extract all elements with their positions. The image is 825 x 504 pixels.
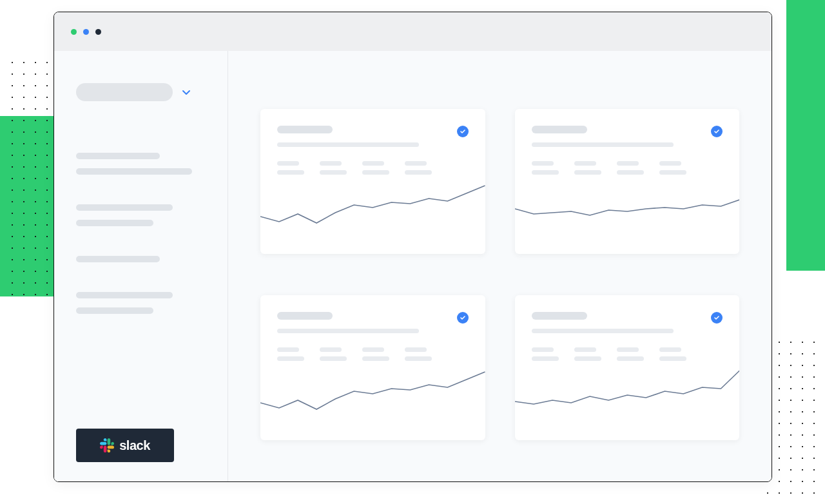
stat-value-placeholder <box>277 356 304 361</box>
card-stats <box>532 347 723 361</box>
stat-item <box>362 161 389 175</box>
stat-value-placeholder <box>320 356 347 361</box>
card-title-placeholder <box>532 126 587 133</box>
stat-label-placeholder <box>532 347 554 352</box>
stat-value-placeholder <box>617 356 644 361</box>
stat-item <box>277 161 304 175</box>
sidebar-group <box>76 153 206 175</box>
stat-item <box>659 347 686 361</box>
window-dot-dark <box>95 29 101 35</box>
stat-label-placeholder <box>532 161 554 166</box>
stat-label-placeholder <box>617 347 639 352</box>
content-area: slack <box>54 51 772 481</box>
stat-label-placeholder <box>405 347 427 352</box>
stat-label-placeholder <box>405 161 427 166</box>
card-title-placeholder <box>532 312 587 320</box>
stat-label-placeholder <box>362 161 384 166</box>
sidebar-item[interactable] <box>76 153 160 159</box>
card-subtitle-placeholder <box>277 329 419 333</box>
card-stats <box>277 347 469 361</box>
chevron-down-icon <box>182 88 191 97</box>
stat-label-placeholder <box>659 161 681 166</box>
check-icon <box>457 312 469 324</box>
stat-value-placeholder <box>362 170 389 175</box>
card-title-placeholder <box>277 312 333 320</box>
stat-item <box>659 161 686 175</box>
stat-item <box>320 161 347 175</box>
dashboard-card[interactable] <box>260 109 485 254</box>
card-stats <box>277 161 469 175</box>
sidebar-item[interactable] <box>76 256 160 262</box>
sidebar-group <box>76 204 206 226</box>
stat-item <box>617 161 644 175</box>
sidebar: slack <box>54 51 228 481</box>
check-icon <box>457 126 469 137</box>
stat-label-placeholder <box>362 347 384 352</box>
stat-item <box>617 347 644 361</box>
card-header <box>532 126 723 137</box>
stat-label-placeholder <box>277 161 299 166</box>
stat-value-placeholder <box>532 356 559 361</box>
stat-value-placeholder <box>574 356 601 361</box>
stat-item <box>574 161 601 175</box>
main-grid <box>228 51 772 481</box>
stat-value-placeholder <box>277 170 304 175</box>
stat-label-placeholder <box>617 161 639 166</box>
dashboard-card[interactable] <box>515 295 740 440</box>
sparkline-chart <box>260 177 485 254</box>
sidebar-item[interactable] <box>76 220 153 226</box>
stat-item <box>532 347 559 361</box>
stat-value-placeholder <box>574 170 601 175</box>
card-subtitle-placeholder <box>532 329 674 333</box>
window-dot-green <box>71 29 77 35</box>
stat-label-placeholder <box>659 347 681 352</box>
workspace-dropdown[interactable] <box>76 83 206 101</box>
card-header <box>532 312 723 324</box>
stat-value-placeholder <box>532 170 559 175</box>
card-header <box>277 126 469 137</box>
sparkline-chart <box>515 363 740 440</box>
stat-value-placeholder <box>405 170 432 175</box>
dropdown-label-placeholder <box>76 83 173 101</box>
sidebar-item[interactable] <box>76 168 192 175</box>
stat-label-placeholder <box>277 347 299 352</box>
sparkline-chart <box>515 177 740 254</box>
card-subtitle-placeholder <box>277 142 419 147</box>
decorative-pattern-left <box>6 57 58 295</box>
stat-label-placeholder <box>574 161 596 166</box>
stat-label-placeholder <box>574 347 596 352</box>
stat-value-placeholder <box>362 356 389 361</box>
check-icon <box>711 126 723 137</box>
stat-item <box>277 347 304 361</box>
sparkline-chart <box>260 363 485 440</box>
stat-value-placeholder <box>659 356 686 361</box>
stat-value-placeholder <box>405 356 432 361</box>
sidebar-item[interactable] <box>76 307 153 314</box>
sidebar-item[interactable] <box>76 292 173 298</box>
sidebar-group <box>76 256 206 262</box>
stat-item <box>320 347 347 361</box>
stat-item <box>574 347 601 361</box>
stat-value-placeholder <box>617 170 644 175</box>
card-stats <box>532 161 723 175</box>
dashboard-card[interactable] <box>260 295 485 440</box>
stat-item <box>405 161 432 175</box>
stat-value-placeholder <box>320 170 347 175</box>
stat-label-placeholder <box>320 347 342 352</box>
stat-item <box>532 161 559 175</box>
dashboard-card[interactable] <box>515 109 740 254</box>
slack-icon <box>100 438 114 452</box>
titlebar <box>54 12 772 51</box>
stat-label-placeholder <box>320 161 342 166</box>
card-subtitle-placeholder <box>532 142 674 147</box>
slack-button-label: slack <box>119 438 150 453</box>
stat-item <box>362 347 389 361</box>
sidebar-item[interactable] <box>76 204 173 211</box>
window-dot-blue <box>83 29 89 35</box>
decorative-green-right <box>786 0 825 271</box>
card-header <box>277 312 469 324</box>
card-title-placeholder <box>277 126 333 133</box>
stat-value-placeholder <box>659 170 686 175</box>
slack-button[interactable]: slack <box>76 429 174 462</box>
check-icon <box>711 312 723 324</box>
